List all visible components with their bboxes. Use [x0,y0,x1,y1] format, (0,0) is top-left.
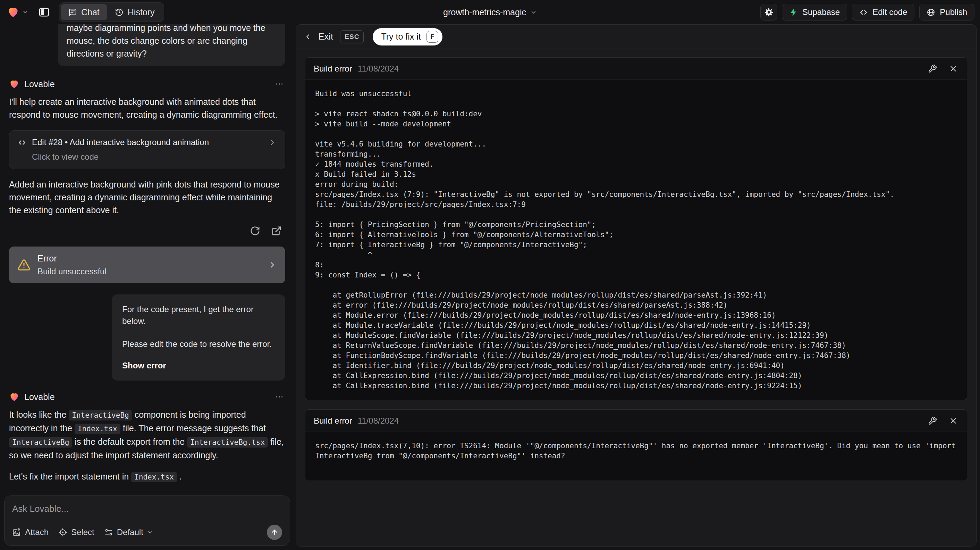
supabase-button[interactable]: Supabase [782,4,847,21]
build-error-card-header: Build error 11/08/2024 [305,57,967,80]
composer-toolbar: Attach Select Default [12,524,282,540]
attach-button[interactable]: Attach [12,528,49,537]
error-prompt-line2: Please edit the code to resolve the erro… [122,338,275,350]
edit-card-title: Edit #28 • Add interactive background an… [32,137,209,147]
try-to-fix-button[interactable]: Try to fix it F [373,28,442,46]
project-name: growth-metrics-magic [443,7,526,18]
rotate-icon [250,226,260,236]
build-error-title: Build error [314,416,352,426]
arrow-up-icon [271,528,278,536]
globe-icon [927,8,935,17]
build-error-chat-card[interactable]: Error Build unsuccessful [9,247,285,283]
restore-version-button[interactable] [249,225,261,237]
error-card-subtitle: Build unsuccessful [38,267,107,276]
sliders-icon [104,528,113,537]
build-error-date: 11/08/2024 [358,416,399,426]
edit-card-28[interactable]: Edit #28 • Add interactive background an… [9,130,285,169]
topbar-right: Supabase Edit code Publish [537,4,974,21]
build-error-card-2: Build error 11/08/2024 s [305,410,967,481]
chevron-down-icon [147,529,153,536]
open-preview-button[interactable] [271,225,283,237]
fix-error-button[interactable] [927,416,938,426]
project-switcher[interactable]: growth-metrics-magic [443,7,537,18]
try-to-fix-label: Try to fix it [381,32,421,41]
edit-code-button[interactable]: Edit code [852,4,915,21]
chat-icon [68,8,77,17]
assistant-message-rich: Let's fix the import statement in Index.… [9,470,285,484]
chevron-down-icon [530,9,537,16]
select-element-button[interactable]: Select [58,528,94,537]
error-prompt-bubble: For the code present, I get the error be… [112,295,285,381]
chat-message-list[interactable]: maybe diagramming points and when you mo… [0,24,294,493]
attach-image-icon [12,528,21,537]
close-icon [949,64,958,73]
user-message-text: maybe diagramming points and when you mo… [67,24,276,60]
esc-key-badge: ESC [340,30,364,43]
code-icon [859,8,868,17]
send-button[interactable] [267,524,282,540]
exit-button[interactable]: Exit [304,31,333,42]
supabase-bolt-icon [789,8,798,17]
edit-card-subtitle: Click to view code [32,152,277,162]
supabase-label: Supabase [802,7,840,17]
edit-code-label: Edit code [872,7,907,17]
chevron-right-icon [268,260,277,269]
user-message-bubble: maybe diagramming points and when you mo… [57,24,285,66]
lovable-heart-icon [7,6,19,18]
build-error-card-1: Build error 11/08/2024 B [305,57,967,400]
lovable-heart-icon [9,79,19,89]
main-split: maybe diagramming points and when you mo… [0,24,980,550]
error-card-title: Error [38,253,107,263]
assistant-name: Lovable [24,392,55,402]
publish-button[interactable]: Publish [919,4,974,21]
f-key-badge: F [426,31,438,43]
chevron-left-icon [304,33,312,41]
warning-triangle-icon [18,258,30,271]
close-error-button[interactable] [948,416,958,426]
tab-history[interactable]: History [107,4,162,20]
history-icon [115,8,124,17]
ellipsis-icon [275,392,284,402]
tab-history-label: History [128,7,155,18]
ask-lovable-input[interactable] [12,504,282,514]
build-error-log: src/pages/Index.tsx(7,10): error TS2614:… [305,432,967,481]
wrench-icon [928,64,937,73]
settings-button[interactable] [760,4,777,21]
error-card-text: Error Build unsuccessful [38,253,107,276]
edit-card-29[interactable]: Edit #29 • Fix import error for Interact… [9,493,285,493]
lovable-logo-menu[interactable] [6,5,30,20]
assistant-message-text: I'll help create an interactive backgrou… [9,96,285,121]
topbar-left: Chat History [6,2,443,22]
code-icon [18,138,26,147]
wrench-icon [928,416,937,426]
assistant-message-header: Lovable [9,78,285,90]
error-view-header: Exit ESC Try to fix it F [296,25,976,49]
mode-dropdown[interactable]: Default [104,528,153,537]
topbar: Chat History growth-metrics-magic [0,0,980,24]
error-prompt-line1: For the code present, I get the error be… [122,303,275,327]
close-error-button[interactable] [948,64,958,74]
show-error-link[interactable]: Show error [122,360,275,371]
select-label: Select [71,528,94,537]
fix-error-button[interactable] [927,64,938,74]
assistant-message-text: Added an interactive background with pin… [9,178,285,217]
chat-composer: Attach Select Default [4,496,290,546]
error-view-panel: Exit ESC Try to fix it F Build error 11/… [296,24,977,547]
build-error-date: 11/08/2024 [358,64,399,73]
tab-chat[interactable]: Chat [61,4,107,20]
build-error-title-group: Build error 11/08/2024 [314,416,399,426]
message-options-button[interactable] [274,78,285,90]
build-error-title-group: Build error 11/08/2024 [314,64,399,73]
lovable-heart-icon [9,392,19,402]
assistant-message-rich: It looks like the InteractiveBg componen… [9,408,285,462]
gear-icon [764,8,773,17]
build-error-card-header: Build error 11/08/2024 [305,410,967,432]
assistant-message-header: Lovable [9,391,285,403]
message-options-button[interactable] [274,391,285,403]
locate-icon [58,528,67,537]
toggle-sidebar-button[interactable] [36,4,52,20]
build-error-log: Build was unsuccessful > vite_react_shad… [305,80,967,400]
error-view-body[interactable]: Build error 11/08/2024 B [296,49,976,546]
edit-card-row: Edit #28 • Add interactive background an… [18,137,277,147]
tab-chat-label: Chat [81,7,100,18]
